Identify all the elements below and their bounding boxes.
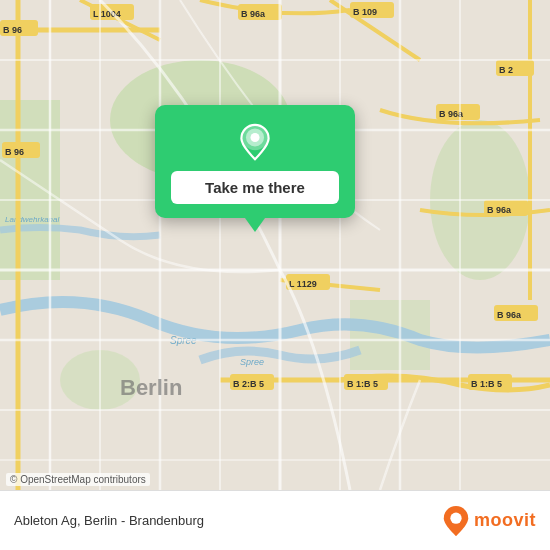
svg-text:B 2:B 5: B 2:B 5 xyxy=(233,379,264,389)
svg-text:Spree: Spree xyxy=(240,357,264,367)
svg-text:B 96: B 96 xyxy=(3,25,22,35)
take-me-there-button[interactable]: Take me there xyxy=(171,171,339,204)
moovit-logo: moovit xyxy=(442,505,536,537)
location-popup: Take me there xyxy=(155,105,355,218)
map-view: Spree Spree Landwehrkanal B 96 L 1004 xyxy=(0,0,550,490)
moovit-brand-name: moovit xyxy=(474,510,536,531)
svg-text:Berlin: Berlin xyxy=(120,375,182,400)
svg-point-60 xyxy=(250,133,259,142)
svg-text:L 1129: L 1129 xyxy=(289,279,317,289)
svg-text:Landwehrkanal: Landwehrkanal xyxy=(5,215,59,224)
footer-bar: Ableton Ag, Berlin - Brandenburg moovit xyxy=(0,490,550,550)
svg-text:B 96a: B 96a xyxy=(241,9,266,19)
svg-text:B 109: B 109 xyxy=(353,7,377,17)
location-label: Ableton Ag, Berlin - Brandenburg xyxy=(14,513,204,528)
svg-text:B 2: B 2 xyxy=(499,65,513,75)
moovit-pin-icon xyxy=(442,505,470,537)
svg-text:B 96: B 96 xyxy=(5,147,24,157)
svg-text:B 1:B 5: B 1:B 5 xyxy=(347,379,378,389)
svg-point-61 xyxy=(450,512,461,523)
osm-credit: © OpenStreetMap contributors xyxy=(6,473,150,486)
location-pin-icon xyxy=(236,123,274,161)
svg-text:B 96a: B 96a xyxy=(497,310,522,320)
svg-text:B 96a: B 96a xyxy=(487,205,512,215)
svg-text:B 1:B 5: B 1:B 5 xyxy=(471,379,502,389)
